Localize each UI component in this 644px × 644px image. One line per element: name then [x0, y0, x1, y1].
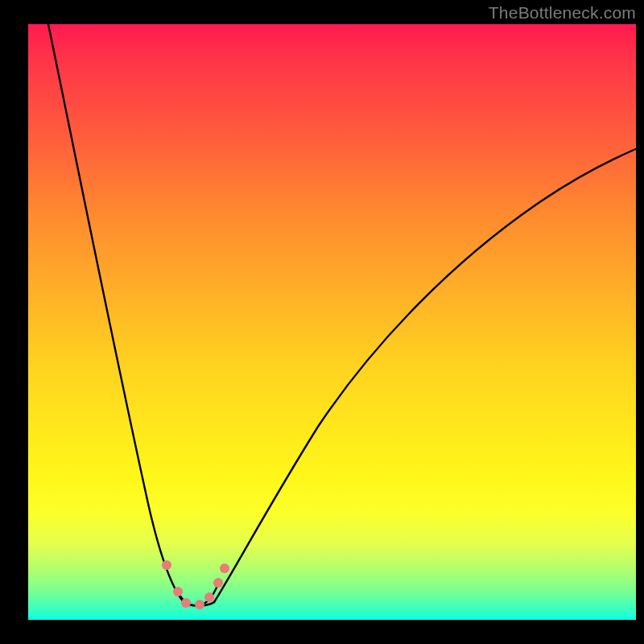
plot-area	[28, 24, 636, 620]
curve-left-branch	[48, 24, 184, 602]
valley-marker-dot	[173, 587, 183, 597]
curve-right-branch	[214, 149, 636, 602]
valley-marker-dot	[195, 600, 204, 609]
valley-marker-dot	[181, 598, 191, 608]
valley-marker-dot	[204, 592, 214, 602]
valley-marker-dot	[213, 578, 223, 588]
curve-svg	[28, 24, 636, 620]
watermark-label: TheBottleneck.com	[489, 3, 636, 23]
valley-marker-dot	[162, 560, 171, 570]
chart-frame: TheBottleneck.com	[0, 0, 644, 644]
valley-marker-dot	[220, 564, 229, 573]
